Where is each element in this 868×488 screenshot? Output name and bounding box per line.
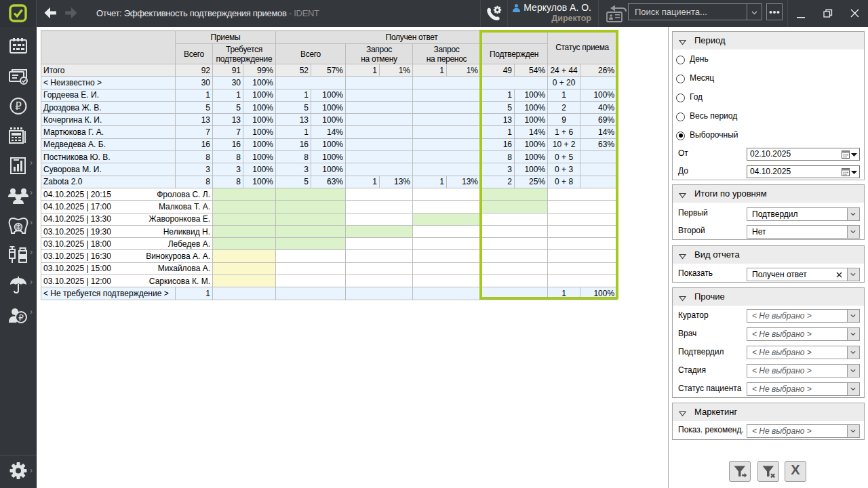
svg-text:₽: ₽ — [18, 313, 24, 323]
svg-text:₽: ₽ — [15, 100, 22, 112]
